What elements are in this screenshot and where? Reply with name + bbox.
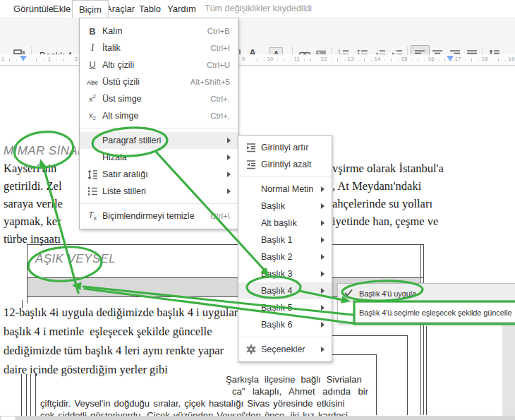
menu-item-label: Kalın — [102, 26, 123, 36]
format-menu-item-i-talik[interactable]: IİtalikCtrl+I — [80, 40, 238, 56]
list-styles-icon — [85, 186, 99, 197]
styles-menu-item-alt-ba-l-k[interactable]: Alt başlık — [238, 215, 332, 232]
styles-menu-item-ba-l-k-2[interactable]: Başlık 2 — [238, 248, 332, 265]
ruler-tick — [418, 59, 418, 61]
format-menu: BKalınCtrl+BIİtalikCtrl+IUAltı çiziliCtr… — [79, 18, 238, 229]
paragraph-line-left: saraya verile — [4, 197, 63, 211]
menu-item-label: Girintiyi azalt — [261, 160, 312, 169]
menu-item-label: Normal Metin — [261, 184, 313, 194]
subscript-icon: x2 — [85, 110, 99, 121]
indent-less-icon — [244, 159, 258, 170]
ruler-tick — [277, 60, 278, 61]
ruler-tick — [310, 59, 311, 61]
menu-item-label: Başlık 4 — [261, 286, 292, 296]
table-border — [423, 244, 424, 415]
google-docs-window: MİMAR SİNAN Kayseri'ninvşirme olarak İst… — [0, 0, 515, 420]
paragraph-line-right: ahçelerinde su yolları — [332, 197, 432, 211]
ruler-tick — [358, 60, 358, 61]
menu-item-label: Satır aralığı — [102, 169, 148, 179]
ruler-indent-marker[interactable] — [447, 56, 454, 61]
ruler-tick — [264, 60, 265, 61]
format-menu-item-hizala[interactable]: Hizala — [80, 149, 238, 166]
menu-item-label: Paragraf stilleri — [102, 136, 161, 145]
menu-item-label: Alt başlık — [261, 218, 297, 228]
submenu-arrow-icon — [321, 271, 325, 277]
format-menu-item-st-izili[interactable]: AbcÜstü çiziliAlt+Shift+5 — [80, 73, 238, 90]
styles-menu-item-normal-metin[interactable]: Normal Metin — [238, 181, 332, 198]
ruler-tick — [337, 59, 338, 61]
ruler-number: 9 — [242, 56, 245, 62]
paragraph-line-left: Kayseri'nin — [4, 162, 56, 176]
menu-shortcut: Ctrl+I — [210, 44, 230, 52]
ruler-tick — [344, 60, 345, 61]
styles-menu-item-ba-l-k-5[interactable]: Başlık 5 — [238, 299, 332, 316]
format-menu-item-alt-izili[interactable]: UAltı çiziliCtrl+U — [80, 56, 238, 73]
ruler-number: 11 — [294, 56, 300, 62]
superscript-icon: x2 — [85, 94, 99, 104]
menu-shortcut: Ctrl+, — [210, 112, 230, 120]
ruler-tick — [471, 59, 472, 61]
ruler-tick — [444, 59, 445, 61]
styles-menu-item-ba-l-k-3[interactable]: Başlık 3 — [238, 265, 332, 282]
submenu-arrow-icon — [227, 172, 231, 177]
note-line: dediğimizde tüm başlık 4 leri aynı renkt… — [4, 344, 224, 358]
ruler-number: 17 — [455, 56, 461, 62]
submenu-arrow-icon — [321, 237, 325, 243]
styles-menu-item-ba-l-k[interactable]: Başlık — [238, 198, 332, 215]
menu-item-label: Başlık 2 — [261, 252, 292, 262]
ruler-tick — [317, 60, 318, 61]
format-menu-item-sat-r-aral[interactable]: Satır aralığı — [80, 166, 238, 183]
table-border — [376, 354, 377, 415]
ruler-tick — [425, 60, 425, 61]
ruler-tick — [250, 60, 251, 61]
table-border — [27, 277, 423, 278]
ruler[interactable]: 112910111213141516171819 — [0, 54, 515, 66]
format-menu-item-alt-simge[interactable]: x2Alt simgeCtrl+, — [80, 107, 238, 124]
format-menu-item-liste-stilleri[interactable]: Liste stilleri — [80, 183, 238, 200]
format-menu-item-bi-imlendirmeyi-temizle[interactable]: TxBiçimlendirmeyi temizleCtrl+\ — [80, 208, 238, 224]
format-menu-item-st-simge[interactable]: x2Üst simgeCtrl+. — [80, 90, 238, 107]
menubar-item-bi-im[interactable]: Biçim — [72, 0, 109, 18]
ruler-tick — [438, 60, 439, 61]
ruler-tick — [70, 60, 71, 61]
styles-menu-item-ba-l-k-4[interactable]: Başlık 4 — [238, 282, 332, 299]
styles-menu-item-se-enekler[interactable]: Seçenekler — [238, 341, 332, 358]
format-menu-item-paragraf-stilleri[interactable]: Paragraf stilleri — [80, 132, 238, 149]
ruler-tick — [505, 60, 506, 61]
menubar: GörüntüleEkleBiçimAraçlarTabloYardım Tüm… — [0, 0, 515, 18]
ruler-tick — [36, 59, 37, 61]
ruler-number: 12 — [321, 56, 327, 62]
format-menu-item-kal-n[interactable]: BKalınCtrl+B — [80, 23, 238, 40]
apply-menu-item-ba-l-k-4-se-imle-e-le-ecek-ekilde-g-ncelle[interactable]: Başlık 4'ü seçimle eşleşecek şekilde gün… — [338, 303, 515, 322]
ruler-tick — [30, 60, 30, 61]
submenu-arrow-icon — [227, 155, 231, 160]
styles-menu-item-ba-l-k-6[interactable]: Başlık 6 — [238, 316, 332, 333]
menu-item-label: Başlık 5 — [261, 303, 292, 313]
submenu-arrow-icon — [321, 305, 325, 311]
ruler-tick — [398, 60, 399, 61]
toolbar: AA123 Başlık 4 — [0, 18, 515, 55]
styles-menu-item-girintiyi-art-r[interactable]: Girintiyi artır — [238, 139, 332, 156]
table-border — [426, 326, 427, 415]
ruler-number: 1 — [1, 56, 4, 62]
menu-item-label: Başlık — [261, 201, 285, 211]
ruler-number: 1 — [48, 56, 51, 62]
submenu-arrow-icon — [321, 322, 325, 328]
ruler-number: 14 — [375, 56, 381, 62]
paragraph-styles-submenu: Girintiyi artırGirintiyi azaltNormal Met… — [238, 135, 332, 362]
menu-item-label: Girintiyi artır — [261, 143, 308, 152]
paragraph-line-right: vşirme olarak İstanbul'a — [332, 162, 444, 176]
note-line: daire içinde gösterdiğim yerler gibi — [4, 363, 168, 377]
menu-item-label: İtalik — [102, 43, 121, 53]
indent-more-icon — [244, 142, 258, 153]
ruler-number: 19 — [509, 56, 515, 62]
styles-menu-item-girintiyi-azalt[interactable]: Girintiyi azalt — [238, 156, 332, 173]
ruler-indent-marker[interactable] — [20, 56, 27, 61]
menu-shortcut: Ctrl+B — [207, 27, 230, 35]
submenu-arrow-icon — [321, 288, 325, 294]
styles-menu-item-ba-l-k-1[interactable]: Başlık 1 — [238, 232, 332, 248]
apply-menu-item-ba-l-k-4-uygula[interactable]: Başlık 4'ü uygula — [338, 284, 515, 303]
menubar-item-yard-m[interactable]: Yardım — [161, 0, 202, 17]
menu-item-label: Başlık 1 — [261, 235, 292, 245]
submenu-arrow-icon — [321, 254, 325, 260]
